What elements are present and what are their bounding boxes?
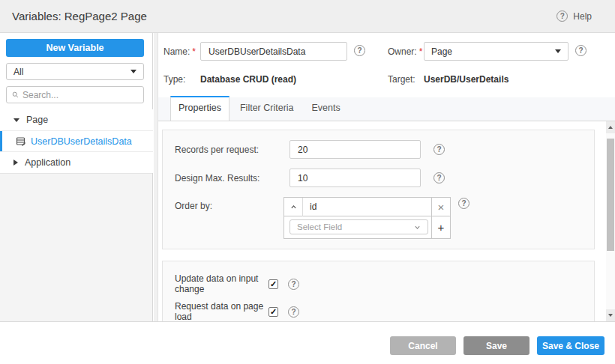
tab-properties[interactable]: Properties [170, 96, 230, 121]
update-on-change-checkbox[interactable] [268, 279, 278, 289]
type-label: Type: [164, 74, 185, 85]
chevron-up-icon [290, 204, 297, 210]
records-per-request-input[interactable] [290, 140, 421, 159]
variable-detail-panel: Name:* Owner:* Page Type: Database CRUD … [158, 33, 615, 321]
behavior-settings-card: Update data on input change Request data… [162, 261, 595, 321]
order-by-select-cell: Select Field [284, 216, 431, 238]
chevron-collapsed-icon [14, 160, 18, 166]
update-on-change-label: Update data on input change [175, 273, 268, 294]
chevron-down-icon [130, 70, 136, 73]
tab-filter-criteria[interactable]: Filter Criteria [232, 97, 302, 121]
new-variable-button[interactable]: New Variable [6, 39, 144, 57]
owner-label: Owner:* [388, 46, 422, 57]
variables-dialog: Variables: RegPage2 Page Help New Variab… [0, 0, 615, 364]
update-on-change-row: Update data on input change [175, 273, 299, 294]
request-on-load-row: Request data on page load [175, 301, 299, 321]
design-max-results-label: Design Max. Results: [175, 173, 260, 183]
select-field-dropdown[interactable]: Select Field [290, 219, 428, 234]
target-label: Target: [388, 74, 416, 85]
order-by-widget: id Select Field [284, 197, 451, 239]
order-by-field-value[interactable]: id [303, 198, 431, 216]
help-button[interactable]: Help [556, 10, 592, 22]
variables-tree: Page UserDBUserDetailsData Application [0, 109, 153, 173]
detail-tabbar: Properties Filter Criteria Events [158, 97, 615, 121]
target-value: UserDB/UserDetails [424, 74, 508, 85]
name-input[interactable] [200, 42, 347, 61]
records-per-request-label: Records per request: [175, 145, 259, 155]
scrollbar-thumb[interactable] [607, 139, 614, 251]
save-button[interactable]: Save [464, 336, 530, 355]
select-field-placeholder: Select Field [297, 222, 414, 231]
save-and-close-button[interactable]: Save & Close [537, 336, 604, 355]
owner-help-icon[interactable] [575, 45, 586, 56]
owner-value: Page [431, 46, 555, 57]
type-value: Database CRUD (read) [200, 74, 296, 85]
remove-order-field-button[interactable] [431, 198, 450, 216]
tree-item-page[interactable]: Page [0, 109, 153, 130]
dialog-footer: Cancel Save Save & Close [0, 321, 615, 364]
tree-item-userdbuserdetailsdata[interactable]: UserDBUserDetailsData [0, 130, 153, 152]
order-by-label: Order by: [175, 201, 212, 211]
design-max-results-help-icon[interactable] [434, 172, 445, 183]
scroll-down-button[interactable] [606, 309, 615, 321]
sidebar-empty-area [0, 173, 152, 321]
design-max-results-input[interactable] [290, 169, 421, 187]
request-on-load-help-icon[interactable] [288, 306, 299, 318]
vertical-scrollbar[interactable] [606, 121, 615, 321]
cancel-button[interactable]: Cancel [390, 336, 456, 355]
tree-item-label: Page [26, 115, 48, 125]
owner-select[interactable]: Page [424, 42, 568, 61]
tree-item-label: Application [25, 157, 70, 168]
request-settings-card: Records per request: Design Max. Results… [162, 130, 595, 249]
required-marker: * [192, 46, 196, 57]
arrow-up-icon [608, 126, 613, 129]
variable-filter-value: All [14, 67, 130, 77]
arrow-down-icon [608, 314, 613, 317]
dialog-title: Variables: RegPage2 Page [12, 0, 147, 32]
tree-item-application[interactable]: Application [0, 152, 153, 173]
chevron-expanded-icon [14, 118, 20, 122]
search-icon [12, 91, 19, 98]
sort-direction-button[interactable] [284, 198, 303, 216]
owner-label-text: Owner: [388, 46, 417, 57]
tab-events[interactable]: Events [304, 97, 348, 121]
search-input[interactable] [22, 90, 139, 100]
database-variable-icon [16, 136, 26, 147]
add-order-field-button[interactable] [431, 216, 450, 238]
name-label-text: Name: [164, 46, 190, 57]
update-on-change-help-icon[interactable] [288, 279, 299, 290]
variables-sidebar: New Variable All Page [0, 33, 153, 321]
chevron-down-icon [414, 224, 421, 231]
name-label: Name:* [164, 46, 196, 57]
chevron-down-icon [555, 49, 561, 53]
help-icon [556, 10, 568, 22]
order-by-help-icon[interactable] [458, 198, 470, 209]
request-on-load-label: Request data on page load [175, 301, 268, 321]
scroll-up-button[interactable] [606, 121, 615, 133]
properties-tab-content: Records per request: Design Max. Results… [158, 121, 606, 321]
variable-filter-select[interactable]: All [6, 63, 144, 80]
search-box[interactable] [6, 86, 144, 103]
records-per-request-help-icon[interactable] [434, 144, 445, 155]
help-label: Help [573, 11, 592, 22]
request-on-load-checkbox[interactable] [268, 307, 278, 317]
tree-item-label: UserDBUserDetailsData [31, 136, 132, 147]
name-help-icon[interactable] [354, 45, 365, 56]
dialog-header: Variables: RegPage2 Page Help [0, 0, 615, 33]
required-marker: * [419, 46, 423, 57]
